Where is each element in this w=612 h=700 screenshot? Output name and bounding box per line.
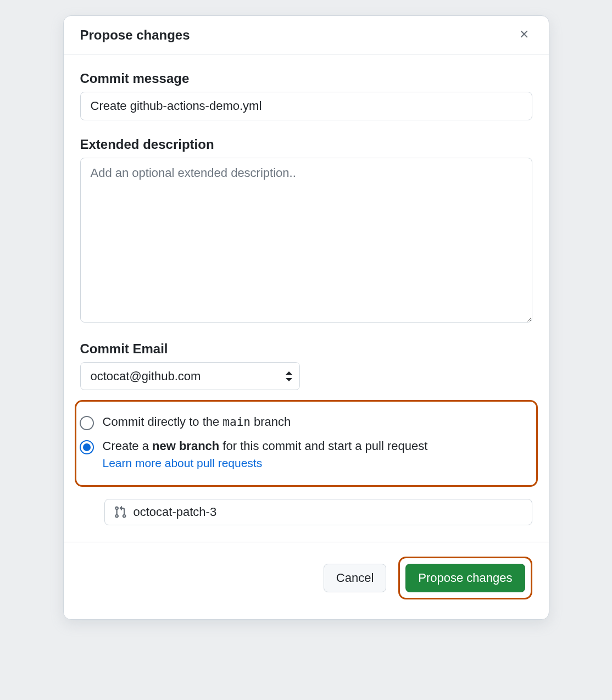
radio-new-branch-label: Create a new branch for this commit and … xyxy=(103,439,428,453)
cancel-button[interactable]: Cancel xyxy=(324,564,386,592)
extended-description-group: Extended description xyxy=(80,137,532,325)
extended-description-label: Extended description xyxy=(80,137,532,152)
dialog-header: Propose changes xyxy=(64,16,549,54)
commit-message-label: Commit message xyxy=(80,71,532,86)
radio-icon-checked xyxy=(80,440,94,454)
commit-message-input[interactable] xyxy=(80,92,532,120)
commit-email-select[interactable]: octocat@github.com xyxy=(80,362,300,390)
learn-more-link[interactable]: Learn more about pull requests xyxy=(103,457,428,470)
commit-email-group: Commit Email octocat@github.com xyxy=(80,341,532,390)
radio-commit-direct[interactable]: Commit directly to the main branch xyxy=(80,410,533,435)
commit-email-select-wrap: octocat@github.com xyxy=(80,362,300,390)
git-pull-request-icon xyxy=(114,505,127,519)
extended-description-input[interactable] xyxy=(80,158,532,323)
commit-target-highlight: Commit directly to the main branch Creat… xyxy=(75,400,538,487)
propose-button-highlight: Propose changes xyxy=(398,557,532,599)
propose-changes-button[interactable]: Propose changes xyxy=(405,564,525,592)
dialog-footer: Cancel Propose changes xyxy=(64,542,549,619)
close-button[interactable] xyxy=(516,26,532,44)
branch-name-input-wrap xyxy=(104,499,532,525)
propose-changes-dialog: Propose changes Commit message Extended … xyxy=(63,15,549,620)
dialog-title: Propose changes xyxy=(80,27,190,43)
commit-email-label: Commit Email xyxy=(80,341,532,357)
radio-icon-unchecked xyxy=(80,416,94,430)
close-icon xyxy=(518,28,530,42)
dialog-body: Commit message Extended description Comm… xyxy=(64,54,549,542)
commit-message-group: Commit message xyxy=(80,71,532,120)
branch-name-input[interactable] xyxy=(133,505,523,519)
radio-create-branch[interactable]: Create a new branch for this commit and … xyxy=(80,435,533,474)
radio-direct-label: Commit directly to the main branch xyxy=(103,415,291,429)
